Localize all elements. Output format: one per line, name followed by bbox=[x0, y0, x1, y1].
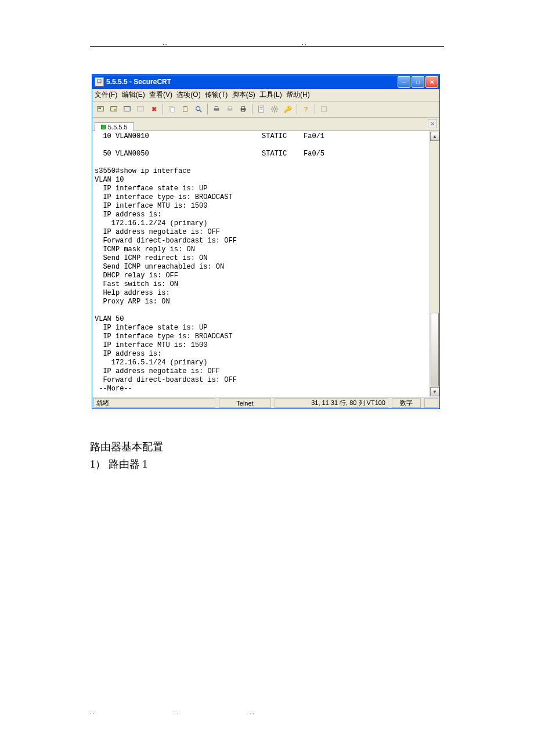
connection-led-icon bbox=[101, 125, 106, 129]
svg-line-29 bbox=[276, 107, 277, 108]
print-icon[interactable] bbox=[237, 103, 249, 115]
menu-file[interactable]: 文件(F) bbox=[95, 91, 117, 99]
scrollbar[interactable]: ▲ ▼ bbox=[430, 131, 439, 397]
header-dots: .. bbox=[163, 39, 168, 46]
footer-dots: .. bbox=[250, 708, 255, 715]
statusbar: 就绪 Telnet 31, 11 31 行, 80 列 VT100 数字 bbox=[92, 397, 439, 408]
menu-transfer[interactable]: 传输(T) bbox=[205, 91, 228, 99]
item-router-1: 1） 路由器 1 bbox=[90, 455, 163, 473]
help-icon[interactable]: ? bbox=[300, 103, 312, 115]
svg-rect-4 bbox=[138, 107, 144, 111]
quick-connect-icon[interactable] bbox=[108, 103, 120, 115]
key-icon[interactable]: 🔑 bbox=[282, 103, 294, 115]
status-cursor: 31, 11 31 行, 80 列 VT100 bbox=[275, 398, 388, 408]
close-button[interactable]: ✕ bbox=[425, 76, 438, 88]
maximize-button[interactable]: □ bbox=[412, 76, 424, 88]
scroll-thumb[interactable] bbox=[431, 313, 439, 386]
session-tab[interactable]: 5.5.5.5 bbox=[95, 122, 134, 131]
menu-view[interactable]: 查看(V) bbox=[149, 91, 172, 99]
svg-rect-8 bbox=[184, 106, 186, 107]
svg-line-26 bbox=[272, 107, 273, 108]
minimize-button[interactable]: – bbox=[398, 76, 410, 88]
svg-line-27 bbox=[276, 111, 277, 112]
svg-rect-12 bbox=[215, 107, 218, 109]
app-icon: ☐ bbox=[95, 77, 104, 86]
scroll-track[interactable] bbox=[431, 142, 439, 386]
body-text: 路由器基本配置 1） 路由器 1 bbox=[90, 438, 163, 473]
footer-dots: .. bbox=[90, 708, 96, 715]
window-title: 5.5.5.5 - SecureCRT bbox=[106, 78, 398, 86]
svg-point-9 bbox=[196, 107, 200, 111]
print-setup-icon[interactable] bbox=[211, 103, 222, 115]
footer-dots: .. bbox=[174, 708, 180, 715]
toolbar-separator bbox=[252, 104, 252, 114]
disconnect-icon[interactable] bbox=[135, 103, 146, 115]
toolbar-separator bbox=[315, 104, 315, 114]
toolbar: ✖ 🔑 ? bbox=[92, 102, 439, 118]
svg-rect-7 bbox=[183, 107, 187, 112]
tabstrip: 5.5.5.5 ✕ bbox=[92, 118, 439, 131]
svg-rect-16 bbox=[241, 107, 244, 109]
menu-option[interactable]: 选项(O) bbox=[176, 91, 200, 99]
svg-rect-30 bbox=[322, 107, 327, 112]
toolbar-separator bbox=[207, 104, 208, 114]
print-screen-icon[interactable] bbox=[224, 103, 236, 115]
svg-line-10 bbox=[200, 110, 202, 113]
paste-icon[interactable] bbox=[179, 103, 191, 115]
heading-router-config: 路由器基本配置 bbox=[90, 438, 163, 455]
status-ready: 就绪 bbox=[93, 398, 215, 408]
cancel-icon[interactable]: ✖ bbox=[148, 103, 160, 115]
header-rule bbox=[90, 46, 444, 47]
svg-rect-17 bbox=[241, 110, 244, 112]
menu-help[interactable]: 帮助(H) bbox=[286, 91, 310, 99]
status-protocol: Telnet bbox=[219, 398, 271, 408]
reconnect-icon[interactable] bbox=[121, 103, 133, 115]
svg-rect-3 bbox=[124, 107, 131, 111]
scroll-down-icon[interactable]: ▼ bbox=[430, 387, 439, 396]
titlebar[interactable]: ☐ 5.5.5.5 - SecureCRT – □ ✕ bbox=[92, 75, 439, 89]
find-icon[interactable] bbox=[193, 103, 204, 115]
copy-icon[interactable] bbox=[166, 103, 178, 115]
terminal-output[interactable]: 10 VLAN0010 STATIC Fa0/1 50 VLAN0050 STA… bbox=[92, 131, 430, 397]
connect-icon[interactable] bbox=[95, 103, 106, 115]
svg-rect-14 bbox=[228, 107, 231, 109]
properties-icon[interactable] bbox=[255, 103, 267, 115]
terminal-area: 10 VLAN0010 STATIC Fa0/1 50 VLAN0050 STA… bbox=[92, 131, 439, 397]
svg-line-28 bbox=[272, 111, 273, 112]
toolbar-separator bbox=[163, 104, 163, 114]
menu-tools[interactable]: 工具(L) bbox=[259, 91, 282, 99]
svg-point-21 bbox=[273, 108, 276, 110]
toolbar-separator bbox=[297, 104, 297, 114]
settings-icon[interactable] bbox=[269, 103, 280, 115]
scroll-up-icon[interactable]: ▲ bbox=[430, 132, 439, 141]
menu-edit[interactable]: 编辑(E) bbox=[122, 91, 145, 99]
menu-script[interactable]: 脚本(S) bbox=[232, 91, 255, 99]
status-mode: 数字 bbox=[392, 398, 421, 408]
extra-icon[interactable] bbox=[318, 103, 330, 115]
menubar[interactable]: 文件(F) 编辑(E) 查看(V) 选项(O) 传输(T) 脚本(S) 工具(L… bbox=[92, 89, 439, 102]
tab-label: 5.5.5.5 bbox=[108, 124, 128, 131]
status-grip bbox=[424, 398, 438, 408]
svg-rect-6 bbox=[171, 107, 174, 112]
svg-rect-1 bbox=[99, 107, 101, 109]
header-dots: .. bbox=[302, 39, 308, 46]
securecrt-window: ☐ 5.5.5.5 - SecureCRT – □ ✕ 文件(F) 编辑(E) … bbox=[92, 74, 440, 409]
tab-close-button[interactable]: ✕ bbox=[428, 119, 437, 128]
